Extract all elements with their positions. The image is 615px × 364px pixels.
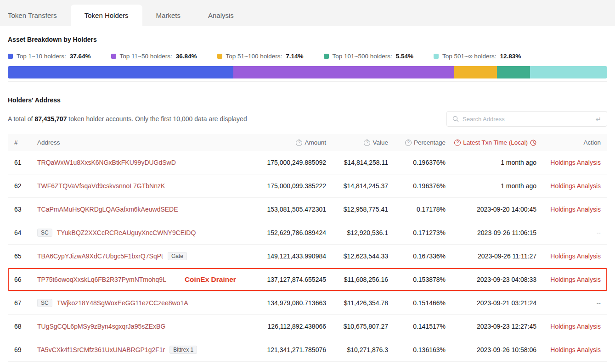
txn-time-cell: 2023-09-26 11:11:27 [446, 252, 536, 260]
value-cell: $14,814,258.11 [326, 159, 388, 166]
rank-cell: 65 [14, 252, 37, 260]
action-cell: Holdings Analysis [536, 206, 601, 213]
amount-cell: 126,112,892.438066 [250, 323, 326, 330]
action-cell: Holdings Analysis [536, 276, 601, 283]
search-address-box[interactable]: ↵ [446, 111, 607, 127]
txn-time-cell: 2023-09-20 14:00:45 [446, 206, 536, 213]
address-cell: TA5vCXk4f1SrCMfz361UxUNABRGP1g2F1rBittre… [37, 346, 250, 354]
tab-analysis[interactable]: Analysis [194, 5, 248, 26]
legend-item: Top 51~100 holders:7.14% [217, 53, 304, 60]
legend-swatch [217, 54, 222, 59]
txn-time-cell: 2023-09-26 11:06:15 [446, 229, 536, 236]
search-address-input[interactable] [463, 116, 592, 123]
tab-markets[interactable]: Markets [142, 5, 194, 26]
value-cell: $12,920,536.1 [326, 229, 388, 236]
sc-badge: SC [37, 229, 52, 237]
holders-table-body: 61TRQaWxW1u8XxsK6NGxBtkFKU99yDUGdSwD175,… [8, 151, 607, 362]
value-cell: $10,675,807.27 [326, 323, 388, 330]
header-value: ? Value [326, 139, 388, 146]
header-latest-txn-time: ? Latest Txn Time (Local) [446, 139, 536, 146]
amount-help-icon[interactable]: ? [296, 140, 302, 146]
legend-item: Top 11~50 holders:36.84% [111, 53, 197, 60]
legend-swatch [434, 54, 439, 59]
tab-token-transfers[interactable]: Token Transfers [8, 5, 71, 26]
action-cell: Holdings Analysis [536, 182, 601, 190]
address-cell: TBA6CypYJizwA9XdC7Ubgc5F1bxrQ7SqPtGate [37, 252, 250, 260]
bar-segment [8, 66, 233, 78]
rank-cell: 62 [14, 182, 37, 190]
tab-token-holders[interactable]: Token Holders [71, 5, 142, 26]
address-link[interactable]: TRQaWxW1u8XxsK6NGxBtkFKU99yDUGdSwD [37, 159, 176, 166]
header-address: Address [37, 139, 250, 146]
sc-badge: SC [37, 299, 52, 307]
percentage-help-icon[interactable]: ? [405, 140, 412, 146]
txn-time-cell: 2023-09-21 03:21:24 [446, 299, 536, 307]
percentage-cell: 0.196376% [388, 182, 446, 190]
enter-key-icon: ↵ [595, 116, 601, 123]
table-row: 67SCTWjkoz18Y48SgWoxEeGG11ezCCzee8wo1A13… [8, 291, 607, 315]
percentage-cell: 0.167336% [388, 252, 446, 260]
address-link[interactable]: TA5vCXk4f1SrCMfz361UxUNABRGP1g2F1r [37, 346, 165, 353]
legend-swatch [111, 54, 116, 59]
bar-segment [497, 66, 530, 78]
value-cell: $11,608,256.16 [326, 276, 388, 283]
address-cell: TUgSgCQL6pMSy9zByn4sgxqrJa95sZExBG [37, 323, 250, 330]
holdings-analysis-link[interactable]: Holdings Analysis [550, 182, 601, 190]
amount-cell: 121,341,271.785076 [250, 346, 326, 353]
action-cell: Holdings Analysis [536, 323, 601, 330]
rank-cell: 63 [14, 206, 37, 213]
legend-item: Top 1~10 holders:37.64% [8, 53, 91, 60]
legend-swatch [324, 54, 329, 59]
bar-segment [530, 66, 607, 78]
rank-cell: 66 [14, 276, 37, 283]
total-holders-count: 87,435,707 [34, 115, 67, 123]
breakdown-legend: Top 1~10 holders:37.64%Top 11~50 holders… [8, 53, 607, 60]
action-cell: -- [536, 299, 601, 307]
txn-time-cell: 2023-09-23 12:27:45 [446, 323, 536, 330]
timezone-clock-icon[interactable] [530, 140, 536, 146]
value-cell: $10,271,876.3 [326, 346, 388, 353]
address-cell: TCaPmAMuHsQKRDgLQAGafxm6kAeuwdSEDE [37, 206, 250, 213]
action-cell: Holdings Analysis [536, 159, 601, 166]
value-cell: $12,958,775.41 [326, 206, 388, 213]
address-link[interactable]: TP75t6owoqXxskLq6FB2R37PymNTmohq9L [37, 276, 166, 283]
amount-cell: 153,081,505.472301 [250, 206, 326, 213]
address-link[interactable]: TBA6CypYJizwA9XdC7Ubgc5F1bxrQ7SqPt [37, 252, 163, 260]
address-link[interactable]: TWjkoz18Y48SgWoxEeGG11ezCCzee8wo1A [57, 299, 188, 307]
holdings-analysis-link[interactable]: Holdings Analysis [550, 159, 601, 166]
address-link[interactable]: TYukBQZ2XXCcRCReAUguyXncCWNY9CEiDQ [57, 229, 196, 236]
table-header-row: # Address ? Amount ? Value ? Percentage … [8, 134, 607, 151]
legend-label: Top 501~∞ holders: [442, 53, 496, 60]
txn-time-cell: 2023-09-26 10:58:06 [446, 346, 536, 353]
holdings-analysis-link[interactable]: Holdings Analysis [550, 252, 601, 260]
holdings-analysis-link[interactable]: Holdings Analysis [550, 346, 601, 353]
address-cell: TP75t6owoqXxskLq6FB2R37PymNTmohq9LCoinEx… [37, 275, 250, 284]
address-link[interactable]: TUgSgCQL6pMSy9zByn4sgxqrJa95sZExBG [37, 323, 165, 330]
table-row: 63TCaPmAMuHsQKRDgLQAGafxm6kAeuwdSEDE153,… [8, 198, 607, 221]
bar-segment [454, 66, 497, 78]
table-row: 69TA5vCXk4f1SrCMfz361UxUNABRGP1g2F1rBitt… [8, 338, 607, 362]
amount-cell: 175,000,249.885092 [250, 159, 326, 166]
legend-swatch [8, 54, 13, 59]
legend-value: 37.64% [70, 53, 91, 60]
tab-bar: Token Transfers Token Holders Markets An… [0, 0, 615, 26]
address-link[interactable]: TCaPmAMuHsQKRDgLQAGafxm6kAeuwdSEDE [37, 206, 178, 213]
exchange-tag: Gate [168, 252, 187, 260]
percentage-cell: 0.151466% [388, 299, 446, 307]
table-row: 64SCTYukBQZ2XXCcRCReAUguyXncCWNY9CEiDQ15… [8, 221, 607, 245]
header-amount: ? Amount [250, 139, 326, 146]
asset-breakdown-title: Asset Breakdown by Holders [8, 26, 607, 43]
legend-value: 7.14% [286, 53, 303, 60]
rank-cell: 61 [14, 159, 37, 166]
bar-segment [233, 66, 454, 78]
holdings-analysis-link[interactable]: Holdings Analysis [550, 323, 601, 330]
value-help-icon[interactable]: ? [364, 140, 370, 146]
legend-value: 5.54% [396, 53, 413, 60]
holdings-analysis-link[interactable]: Holdings Analysis [550, 276, 601, 283]
address-link[interactable]: TWF6ZTQVaVfsqaVd9cskvsnnoL7GTbNnzK [37, 182, 165, 190]
txn-time-help-icon[interactable]: ? [454, 140, 461, 146]
exchange-tag: Bittrex 1 [169, 346, 197, 354]
rank-cell: 69 [14, 346, 37, 353]
holdings-analysis-link[interactable]: Holdings Analysis [550, 206, 601, 213]
percentage-cell: 0.196376% [388, 159, 446, 166]
